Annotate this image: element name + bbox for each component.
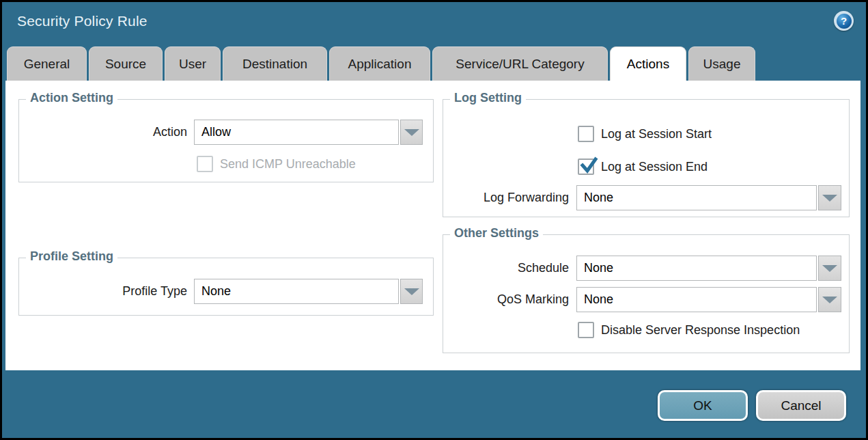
tab-label: General: [24, 57, 70, 72]
tab-label: User: [179, 57, 206, 72]
tab-general[interactable]: General: [7, 46, 87, 81]
action-dropdown-button[interactable]: [400, 120, 423, 145]
action-setting-group: Action Setting Action Allow Send ICMP Un…: [18, 99, 434, 182]
disable-server-response-inspection-label: Disable Server Response Inspection: [601, 322, 800, 338]
log-setting-legend: Log Setting: [450, 91, 526, 105]
log-forwarding-label: Log Forwarding: [443, 185, 569, 210]
schedule-label: Schedule: [443, 256, 569, 281]
help-icon: ?: [837, 14, 852, 29]
tab-label: Service/URL Category: [456, 57, 584, 72]
tab-application[interactable]: Application: [329, 46, 430, 81]
profile-type-dropdown-button[interactable]: [400, 279, 423, 304]
other-settings-legend: Other Settings: [450, 226, 543, 240]
chevron-down-icon: [404, 129, 419, 136]
log-at-session-end-label: Log at Session End: [601, 159, 708, 175]
profile-setting-legend: Profile Setting: [26, 249, 117, 264]
other-settings-group: Other Settings Schedule None QoS Marking…: [443, 234, 850, 353]
checkmark-icon: [578, 155, 599, 176]
tab-destination[interactable]: Destination: [223, 46, 327, 81]
log-at-session-end-checkbox[interactable]: [578, 159, 594, 175]
security-policy-rule-dialog: Security Policy Rule ? General Source Us…: [0, 0, 868, 440]
tab-source[interactable]: Source: [89, 46, 163, 81]
profile-type-value: None: [201, 284, 231, 298]
qos-marking-dropdown-button[interactable]: [818, 287, 841, 312]
tab-actions[interactable]: Actions: [610, 46, 686, 81]
tab-service-url-category[interactable]: Service/URL Category: [432, 46, 608, 81]
action-label: Action: [19, 120, 187, 145]
log-forwarding-dropdown-button[interactable]: [818, 185, 841, 210]
tab-user[interactable]: User: [165, 46, 221, 81]
tab-label: Usage: [703, 57, 741, 72]
profile-setting-group: Profile Setting Profile Type None: [18, 258, 434, 316]
tab-label: Actions: [627, 57, 669, 72]
chevron-down-icon: [822, 265, 837, 272]
schedule-value: None: [584, 261, 613, 275]
action-value: Allow: [201, 125, 231, 139]
tab-label: Destination: [242, 57, 307, 72]
cancel-button[interactable]: Cancel: [756, 390, 846, 421]
log-at-session-start-checkbox[interactable]: [578, 126, 594, 142]
chevron-down-icon: [404, 288, 419, 295]
tab-usage[interactable]: Usage: [688, 46, 755, 81]
log-at-session-start-label: Log at Session Start: [601, 126, 712, 142]
action-setting-legend: Action Setting: [26, 91, 117, 105]
schedule-dropdown-button[interactable]: [818, 256, 841, 281]
profile-type-label: Profile Type: [19, 279, 187, 304]
chevron-down-icon: [822, 195, 837, 202]
tab-bar: General Source User Destination Applicat…: [7, 46, 757, 81]
actions-tab-panel: Action Setting Action Allow Send ICMP Un…: [5, 81, 860, 370]
log-forwarding-value: None: [584, 191, 613, 204]
schedule-dropdown[interactable]: None: [576, 256, 817, 281]
disable-server-response-inspection-checkbox[interactable]: [578, 322, 594, 338]
profile-type-dropdown[interactable]: None: [194, 279, 399, 304]
dialog-title: Security Policy Rule: [17, 13, 148, 29]
ok-button[interactable]: OK: [658, 390, 748, 421]
qos-marking-label: QoS Marking: [443, 287, 569, 312]
tab-label: Application: [348, 57, 412, 72]
qos-marking-dropdown[interactable]: None: [576, 287, 817, 312]
qos-marking-value: None: [584, 292, 613, 306]
tab-label: Source: [105, 57, 146, 72]
log-forwarding-dropdown[interactable]: None: [576, 185, 817, 210]
send-icmp-unreachable-label: Send ICMP Unreachable: [220, 156, 356, 172]
chevron-down-icon: [822, 297, 837, 303]
help-button[interactable]: ?: [834, 11, 854, 31]
send-icmp-unreachable-checkbox: [197, 156, 213, 172]
action-dropdown[interactable]: Allow: [194, 120, 399, 145]
log-setting-group: Log Setting Log at Session Start Log at …: [443, 99, 850, 217]
